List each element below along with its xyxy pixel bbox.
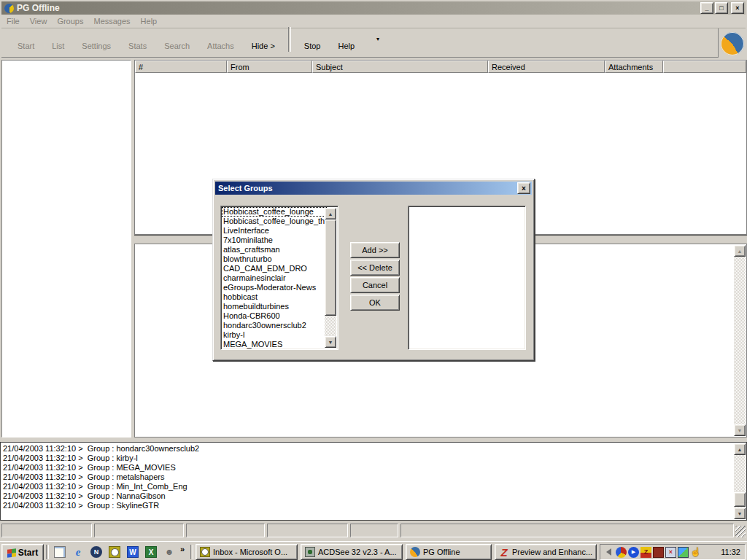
taskbar-divider (46, 545, 49, 559)
task-inbox[interactable]: Inbox - Microsoft O... (196, 544, 298, 560)
scroll-thumb[interactable] (734, 492, 746, 507)
group-list-item[interactable]: MEGA_MOVIES (222, 340, 327, 349)
minimize-button[interactable]: _ (700, 2, 713, 14)
scroll-down-icon[interactable]: ▼ (734, 424, 746, 436)
menu-groups[interactable]: Groups (52, 15, 88, 27)
column-attachments[interactable]: Attachments (605, 61, 663, 73)
quicklaunch-netscape-icon[interactable]: N (90, 546, 102, 558)
scroll-track[interactable] (734, 257, 746, 424)
status-panel-3 (186, 524, 265, 537)
toolbar-separator (288, 27, 291, 52)
log-line: 21/04/2003 11:32:10 > Group : NannaGibso… (3, 491, 732, 501)
quicklaunch-overflow-icon[interactable]: » (180, 545, 185, 553)
status-panel-6 (400, 524, 734, 537)
hand-pointer-icon[interactable]: ☝ (690, 547, 701, 558)
media-player-icon[interactable]: ▶ (628, 547, 639, 558)
scroll-down-icon[interactable]: ▼ (734, 508, 746, 519)
quicklaunch-contacts-icon[interactable]: ☻ (163, 546, 175, 558)
select-groups-dialog: Select Groups × Hobbicast_coffee_lounge … (212, 179, 535, 361)
task-label: Inbox - Microsoft O... (213, 548, 287, 556)
group-list-item[interactable]: hobbicast (222, 292, 327, 302)
group-list-item[interactable]: Hobbicast_coffee_lounge_the (222, 217, 327, 226)
maximize-button[interactable]: □ (715, 2, 728, 14)
ok-button[interactable]: OK (350, 295, 400, 311)
volume-icon[interactable] (603, 547, 614, 558)
toolbar-stats-button[interactable]: Stats (120, 40, 155, 52)
log-line: 21/04/2003 11:32:10 > Group : SkylineGTR (3, 501, 732, 510)
toolbar-stop-button[interactable]: Stop (295, 40, 330, 52)
log-scrollbar[interactable]: ▲ ▼ (734, 443, 746, 519)
start-button[interactable]: Start (1, 544, 44, 560)
pg-logo-icon (721, 32, 744, 55)
toolbar-start-button[interactable]: Start (9, 40, 43, 52)
message-view-scrollbar[interactable]: ▲ ▼ (734, 245, 746, 436)
menu-file[interactable]: File (1, 15, 25, 27)
available-groups-listbox[interactable]: Hobbicast_coffee_lounge Hobbicast_coffee… (220, 206, 338, 350)
scroll-up-icon[interactable]: ▲ (325, 208, 336, 219)
group-list-item[interactable]: 7x10minilathe (222, 236, 327, 245)
group-list-item[interactable]: Honda-CBR600 (222, 311, 327, 321)
menu-view[interactable]: View (25, 15, 53, 27)
toolbar-help-button[interactable]: Help (329, 40, 363, 52)
scroll-thumb[interactable] (325, 219, 336, 316)
dialog-close-icon[interactable]: × (517, 182, 530, 194)
group-list-item[interactable]: atlas_craftsman (222, 245, 327, 254)
quicklaunch-show-desktop-icon[interactable] (54, 546, 66, 558)
toolbar-list-button[interactable]: List (43, 40, 73, 52)
task-preview[interactable]: Z Preview and Enhanc... (495, 544, 597, 560)
toolbar-settings-button[interactable]: Settings (73, 40, 120, 52)
group-list-item[interactable]: homebuildturbines (222, 302, 327, 311)
quicklaunch-outlook-icon[interactable] (109, 546, 120, 558)
scroll-up-icon[interactable]: ▲ (734, 443, 746, 455)
delete-button[interactable]: << Delete (350, 260, 400, 276)
group-tree-panel[interactable] (1, 60, 131, 438)
taskbar-divider (190, 545, 193, 559)
quicklaunch-excel-icon[interactable]: X (145, 546, 157, 558)
cd-player-icon[interactable] (616, 547, 627, 558)
selected-groups-listbox[interactable] (408, 206, 526, 350)
listbox-scrollbar[interactable]: ▲ ▼ (325, 208, 336, 348)
quicklaunch-internet-explorer-icon[interactable]: e (72, 546, 84, 558)
group-list-item[interactable]: CAD_CAM_EDM_DRO (222, 264, 327, 273)
log-line: 21/04/2003 11:32:10 > Group : Min_Int_Co… (3, 482, 732, 491)
column-number[interactable]: # (135, 61, 227, 73)
network-disconnected-icon[interactable]: × (665, 547, 676, 558)
task-pg-offline[interactable]: PG Offline (406, 544, 492, 560)
log-line: 21/04/2003 11:32:10 > Group : kirby-l (3, 454, 732, 463)
column-received[interactable]: Received (488, 61, 605, 73)
acdsee-icon (305, 547, 315, 557)
group-list-item[interactable]: blowthruturbo (222, 254, 327, 264)
close-button[interactable]: × (731, 2, 744, 14)
scroll-down-icon[interactable]: ▼ (325, 336, 336, 348)
zonealarm-icon[interactable]: Z (640, 547, 651, 558)
menu-messages[interactable]: Messages (88, 15, 135, 27)
log-line: 21/04/2003 11:32:10 > Group : MEGA_MOVIE… (3, 463, 732, 472)
task-label: Preview and Enhanc... (512, 548, 592, 556)
column-subject[interactable]: Subject (312, 61, 488, 73)
group-list-item[interactable]: eGroups-Moderator-News (222, 283, 327, 292)
toolbar-attachs-button[interactable]: Attachs (198, 40, 243, 52)
column-from[interactable]: From (227, 61, 312, 73)
group-list-item[interactable]: LiveInterface (222, 226, 327, 236)
start-label: Start (18, 548, 38, 558)
menu-help[interactable]: Help (136, 15, 163, 27)
dialog-title: Select Groups (218, 184, 517, 192)
toolbar-search-button[interactable]: Search (155, 40, 198, 52)
scroll-up-icon[interactable]: ▲ (734, 245, 746, 257)
log-panel: 21/04/2003 11:32:10 > Group : hondarc30o… (0, 442, 747, 521)
group-list-item[interactable]: kirby-l (222, 330, 327, 340)
cancel-button[interactable]: Cancel (350, 277, 400, 293)
group-list-item[interactable]: charmainesinclair (222, 273, 327, 283)
task-acdsee[interactable]: ACDSee 32 v2.3 - A... (301, 544, 403, 560)
log-line: 21/04/2003 11:32:10 > Group : hondarc30o… (3, 444, 732, 454)
status-panel-2 (94, 524, 184, 537)
quicklaunch-word-icon[interactable]: W (127, 546, 139, 558)
display-settings-icon[interactable] (678, 547, 689, 558)
group-list-item[interactable]: hondarc30ownersclub2 (222, 321, 327, 330)
add-button[interactable]: Add >> (350, 242, 400, 258)
group-list-item[interactable]: Hobbicast_coffee_lounge (222, 207, 327, 217)
resize-grip[interactable] (735, 526, 746, 537)
toolbar-dropdown-icon[interactable]: ▾ (376, 36, 379, 42)
toolbar-hide-button[interactable]: Hide > (243, 40, 284, 52)
scheduler-icon[interactable] (653, 547, 664, 558)
